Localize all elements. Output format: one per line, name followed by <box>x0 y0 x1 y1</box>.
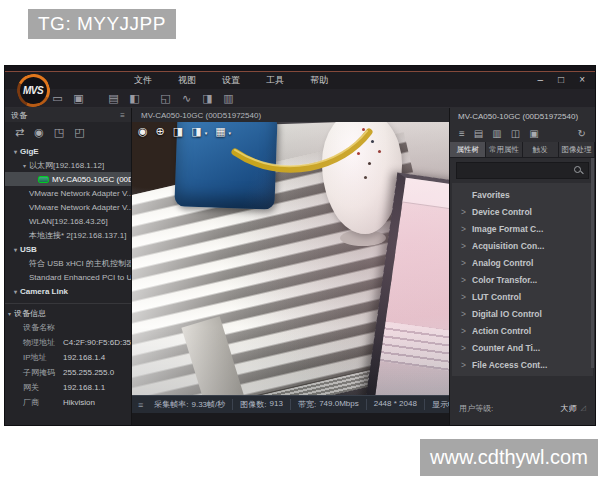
snapshot-icon[interactable]: ◨ <box>197 90 218 106</box>
divider <box>5 303 131 304</box>
device-info-table: 设备名称 物理地址 C4:2F:90:F5:6D:35 IP地址 192.168… <box>5 320 131 410</box>
status-segment: 采集帧率: 9.33帧/秒 <box>147 399 233 410</box>
grab-window-icon[interactable]: ◳ <box>54 126 64 139</box>
property-category-label: Digital IO Control <box>472 309 542 319</box>
resize-grip-icon[interactable]: ◿ <box>581 404 586 412</box>
property-category[interactable]: > Counter And Ti... <box>452 339 593 356</box>
menu-item[interactable]: 设置 <box>209 72 253 89</box>
status-segment: 2448 * 2048 <box>367 399 425 410</box>
info-label: IP地址 <box>23 352 63 363</box>
tree-item[interactable]: ▾ GigE <box>5 144 131 158</box>
property-category[interactable]: > Image Format C... <box>452 220 593 237</box>
maximize-button[interactable]: □ <box>558 73 564 87</box>
collapse-icon[interactable]: ≡ <box>120 111 125 120</box>
minimize-button[interactable]: – <box>538 73 544 87</box>
log-icon[interactable]: ▥ <box>218 90 239 106</box>
expand-arrow-icon[interactable]: ▾ <box>11 246 20 253</box>
info-row: 网关 192.168.1.1 <box>5 380 131 395</box>
device-info-header: ▾ 设备信息 <box>5 307 131 320</box>
export-icon[interactable]: ▤ <box>474 128 483 139</box>
device-tree: ▾ GigE ▾ 以太网[192.168.1.12] MV-CA050-10GC… <box>5 144 131 298</box>
menu-item[interactable]: 工具 <box>253 72 297 89</box>
view-tab[interactable]: MV-CA050-10GC (00D51972540) <box>132 108 449 122</box>
tree-item-label: WLAN[192.168.43.26] <box>29 217 108 226</box>
property-category[interactable]: > Color Transfor... <box>452 271 593 288</box>
tree-item[interactable]: MV-CA050-10GC (00D5... <box>5 172 131 186</box>
import-icon[interactable]: ▥ <box>492 128 501 139</box>
expand-arrow-icon[interactable]: ▾ <box>20 162 29 169</box>
property-category[interactable]: Favorites <box>452 186 593 203</box>
caret-icon[interactable]: ▾ <box>205 130 208 138</box>
property-tab[interactable]: 属性树 <box>450 142 486 157</box>
chevron-right-icon: > <box>461 275 472 285</box>
snapshot-icon[interactable]: ◨ <box>173 125 183 138</box>
property-tab[interactable]: 触发 <box>523 142 559 157</box>
fit-icon[interactable]: ⊕ <box>156 125 165 138</box>
property-tab[interactable]: 常用属性 <box>486 142 522 157</box>
tree-item-label: Standard Enhanced PCI to US... <box>29 273 131 282</box>
compare-icon[interactable]: ◫ <box>511 128 520 139</box>
tree-item[interactable]: VMware Network Adapter V... <box>5 186 131 200</box>
tree-item[interactable]: ▾ 以太网[192.168.1.12] <box>5 158 131 172</box>
property-category[interactable]: > Analog Control <box>452 254 593 271</box>
scrollbar[interactable] <box>591 158 594 368</box>
menu-item[interactable]: 帮助 <box>297 72 341 89</box>
histogram-icon[interactable]: ∿ <box>176 90 197 106</box>
split-icon[interactable]: ▦ <box>215 125 225 138</box>
property-category[interactable]: > Digital IO Control <box>452 305 593 322</box>
expand-arrow-icon[interactable]: ▾ <box>11 148 20 155</box>
property-category[interactable]: > Acquisition Con... <box>452 237 593 254</box>
property-category[interactable]: > Action Control <box>452 322 593 339</box>
search-icon[interactable] <box>574 166 583 175</box>
info-row: IP地址 192.168.1.4 <box>5 350 131 365</box>
mvs-logo-text: MVS <box>23 85 43 96</box>
tree-item[interactable]: 符合 USB xHCI 的主机控制器 <box>5 256 131 270</box>
status-segment: 带宽: 749.0Mbps <box>291 399 367 410</box>
camera-feed[interactable]: ◉⊕◨◨▾▦▾ <box>132 122 449 395</box>
tree-item-label: 本地连接* 2[192.168.137.1] <box>29 230 126 241</box>
property-category-label: Image Format C... <box>472 224 543 234</box>
property-category[interactable]: > File Access Cont... <box>452 356 593 373</box>
list-icon[interactable]: ≡ <box>459 128 465 139</box>
tree-item[interactable]: WLAN[192.168.43.26] <box>5 214 131 228</box>
search-input[interactable] <box>462 165 574 176</box>
tree-item-label: VMware Network Adapter V... <box>29 189 131 198</box>
tree-item[interactable]: ▾ USB <box>5 242 131 256</box>
user-level-select[interactable]: 大师 <box>561 403 577 414</box>
stop-icon[interactable]: ◉ <box>34 126 44 139</box>
close-button[interactable]: × <box>579 73 585 87</box>
user-level-label: 用户等级: <box>459 403 493 414</box>
property-category[interactable]: > LUT Control <box>452 288 593 305</box>
property-panel: MV-CA050-10GC (00D51972540) ≡▤▥◫▣↻ 属性树常用… <box>449 108 595 425</box>
property-category[interactable]: > Device Control <box>452 203 593 220</box>
menu-item[interactable]: 文件 <box>121 72 165 89</box>
grab-stop-icon[interactable]: ◰ <box>74 126 84 139</box>
layout-icon[interactable]: ◧ <box>124 90 145 106</box>
refresh-icon[interactable]: ↻ <box>578 128 586 139</box>
chevron-right-icon: > <box>461 360 472 370</box>
save-as-icon[interactable]: ▤ <box>103 90 124 106</box>
status-menu-icon[interactable]: ≡ <box>138 400 143 410</box>
watermark-bottom: www.cdthywl.com <box>420 439 598 476</box>
property-category-label: LUT Control <box>472 292 521 302</box>
search-box[interactable] <box>456 162 589 179</box>
menu-item[interactable]: 视图 <box>165 72 209 89</box>
expand-arrow-icon[interactable]: ▾ <box>11 288 20 295</box>
record-icon[interactable]: ◨ <box>191 125 201 138</box>
stop-icon[interactable]: ◉ <box>138 125 148 138</box>
disconnect-icon[interactable]: ⇄ <box>15 126 24 139</box>
tree-item[interactable]: Standard Enhanced PCI to US... <box>5 270 131 284</box>
save-icon[interactable]: ▣ <box>68 90 89 106</box>
info-row: 厂商 Hikvision <box>5 395 131 410</box>
caret-icon[interactable]: ▾ <box>229 130 232 138</box>
tree-item[interactable]: 本地连接* 2[192.168.137.1] <box>5 228 131 242</box>
fullscreen-icon[interactable]: ◱ <box>155 90 176 106</box>
property-tab[interactable]: 图像处理 <box>559 142 595 157</box>
save-icon[interactable]: ▣ <box>529 128 538 139</box>
view-overlay-toolbar: ◉⊕◨◨▾▦▾ <box>138 125 231 138</box>
tree-item[interactable]: VMware Network Adapter V... <box>5 200 131 214</box>
search-area <box>450 158 595 182</box>
property-category-label: Color Transfor... <box>472 275 537 285</box>
property-category-label: Acquisition Con... <box>472 241 544 251</box>
tree-item[interactable]: ▾ Camera Link <box>5 284 131 298</box>
